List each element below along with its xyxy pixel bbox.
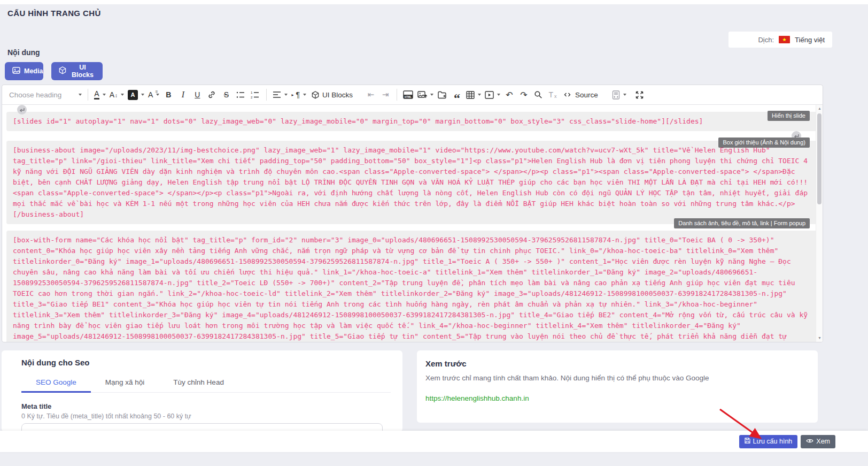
chevron-down-icon (103, 94, 106, 96)
editor-scrollbar[interactable]: ▲ ▼ (816, 105, 823, 342)
eye-icon (806, 438, 813, 445)
heading-dropdown[interactable]: Choose heading (7, 87, 83, 102)
chevron-down-icon (623, 94, 626, 96)
chevron-down-icon (284, 94, 288, 96)
redo-button[interactable]: ↷ (517, 87, 531, 102)
tab-social-network[interactable]: Mạng xã hội (91, 373, 159, 393)
source-button-label: Source (575, 91, 598, 99)
ui-blocks-button-label: UI Blocks (70, 64, 95, 79)
chevron-down-icon (141, 94, 144, 96)
toolbar-ui-blocks-label: UI Blocks (322, 91, 353, 99)
media-button[interactable]: Media (5, 62, 43, 80)
scroll-up-icon[interactable]: ▲ (816, 106, 823, 110)
tab-custom-head[interactable]: Tùy chỉnh Head (159, 373, 238, 393)
shortcode-block-slides[interactable]: [slides id="1" autoplay="1" nav="1" dots… (6, 112, 818, 131)
bulleted-list-button[interactable] (234, 87, 247, 102)
font-color-button[interactable]: A (92, 87, 107, 102)
top-strip (0, 0, 868, 4)
font-background-button[interactable]: A (126, 87, 146, 102)
translate-label: Dịch: (758, 36, 774, 44)
toolbar-ui-blocks-button[interactable]: UI Blocks (308, 87, 356, 102)
seo-panel: Nội dung cho Seo SEO Google Mạng xã hội … (2, 350, 402, 432)
template-button[interactable] (610, 87, 628, 102)
view-button[interactable]: Xem (801, 435, 835, 448)
ui-blocks-button[interactable]: UI Blocks (51, 62, 103, 80)
seo-panel-title: Nội dung cho Seo (21, 358, 391, 367)
outdent-button[interactable]: ⇤ (364, 87, 378, 102)
toolbar-separator (266, 89, 267, 101)
footer-action-bar: Lưu cấu hình Xem (0, 431, 868, 452)
block-quote-button[interactable]: “ (450, 87, 464, 102)
underline-button[interactable]: U (190, 87, 204, 102)
media-button-label: Media (24, 67, 43, 75)
preview-panel-title: Xem trước (425, 359, 807, 368)
preview-panel: Xem trước Xem trước chỉ mang tính chất t… (417, 350, 818, 423)
source-code-icon (563, 90, 572, 99)
page-title: CẤU HÌNH TRANG CHỦ (7, 9, 101, 18)
numbered-list-button[interactable]: 12 (248, 87, 262, 102)
cube-icon (59, 66, 66, 76)
fullscreen-button[interactable] (633, 87, 647, 102)
preview-description: Xem trước chỉ mang tính chất tham khảo. … (425, 374, 807, 382)
remove-format-button[interactable]: Tx (546, 87, 560, 102)
meta-title-hint: 0 Ký tự. Tiêu đề (meta_title) tốt nhất k… (21, 412, 391, 420)
paragraph-direction-button[interactable]: ▸¶ (290, 87, 308, 102)
meta-title-label: Meta title (21, 402, 391, 410)
save-config-button[interactable]: Lưu cấu hình (739, 435, 798, 448)
link-button[interactable] (205, 87, 219, 102)
font-family-button[interactable]: A≡ (146, 87, 161, 102)
image-icon (12, 67, 20, 75)
scroll-down-icon[interactable]: ▼ (816, 336, 823, 340)
vietnam-flag-icon: ★ (779, 36, 790, 43)
font-size-button[interactable]: A↕ (108, 87, 126, 102)
rich-text-editor: Choose heading A A↕ A A≡ B I U S 12 ▸¶ U… (2, 85, 823, 342)
strikethrough-button[interactable]: S (219, 87, 233, 102)
shortcode-block-business-about[interactable]: [business-about image="/uploads/2023/11/… (6, 141, 818, 224)
svg-text:1: 1 (251, 91, 253, 94)
insert-media-button[interactable] (483, 87, 502, 102)
undo-button[interactable]: ↶ (502, 87, 516, 102)
svg-text:2: 2 (251, 96, 253, 99)
insert-paragraph-icon[interactable] (17, 105, 27, 114)
html-embed-button[interactable]: HTML (401, 87, 415, 102)
toolbar-separator (88, 89, 88, 101)
chevron-down-icon (79, 94, 82, 96)
indent-button[interactable]: ⇥ (378, 87, 392, 102)
scrollbar-thumb[interactable] (817, 113, 821, 204)
insert-table-button[interactable] (464, 87, 483, 102)
save-icon (745, 438, 750, 445)
italic-button[interactable]: I (176, 87, 190, 102)
source-button[interactable]: Source (560, 87, 601, 102)
cube-icon (312, 91, 319, 99)
save-config-label: Lưu cấu hình (753, 438, 793, 445)
translate-box[interactable]: Dịch: ★ Tiếng việt (728, 32, 832, 48)
chevron-down-icon (303, 94, 306, 96)
bold-button[interactable]: B (161, 87, 175, 102)
editor-toolbar: Choose heading A A↕ A A≡ B I U S 12 ▸¶ U… (2, 85, 823, 105)
heading-dropdown-label: Choose heading (9, 91, 61, 99)
seo-tabs: SEO Google Mạng xã hội Tùy chỉnh Head (21, 373, 391, 393)
find-replace-button[interactable] (531, 87, 545, 102)
file-manager-button[interactable] (436, 87, 449, 102)
svg-text:HTML: HTML (405, 96, 412, 98)
content-section-label: Nội dung (7, 48, 40, 57)
chevron-down-icon (497, 94, 500, 96)
chevron-down-icon (121, 94, 124, 96)
tab-seo-google[interactable]: SEO Google (21, 373, 91, 393)
shortcode-block-box-with-form[interactable]: [box-with-form name="Các khóa học nổi bậ… (6, 231, 818, 342)
toolbar-separator (397, 89, 397, 101)
preview-url-link[interactable]: https://helenenglishhub.chanh.in (425, 394, 529, 402)
block-tooltip-business-about: Box giới thiệu (Ảnh & Nội dung) (718, 137, 810, 148)
translate-language: Tiếng việt (795, 36, 825, 44)
insert-image-button[interactable] (416, 87, 435, 102)
block-tooltip-slides: Hiển thị slide (768, 111, 810, 121)
block-tooltip-box-with-form: Danh sách ảnh, tiêu đề, mô tả, link | Fo… (674, 218, 810, 228)
view-button-label: Xem (816, 438, 830, 445)
chevron-down-icon (478, 94, 481, 96)
chevron-down-icon (430, 94, 433, 96)
alignment-button[interactable] (271, 87, 289, 102)
